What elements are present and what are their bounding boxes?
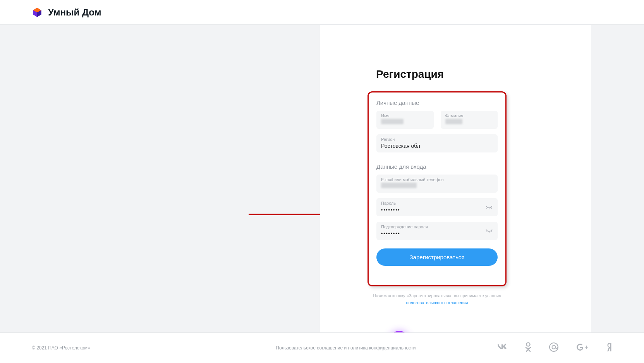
policy-link[interactable]: Пользовательское соглашение и политика к… bbox=[276, 345, 416, 351]
ok-icon[interactable] bbox=[525, 342, 531, 354]
form-panel: Регистрация Личные данные Имя Фамилия Ре… bbox=[320, 25, 591, 332]
confirm-password-field[interactable]: Подтверждение пароля •••••••• bbox=[376, 222, 498, 240]
first-name-field[interactable]: Имя bbox=[376, 111, 434, 129]
first-name-value-blurred bbox=[381, 119, 404, 124]
svg-line-4 bbox=[491, 207, 492, 209]
page-title: Регистрация bbox=[376, 68, 444, 80]
yandex-icon[interactable] bbox=[606, 342, 612, 354]
password-label: Пароль bbox=[381, 201, 493, 205]
vk-icon[interactable] bbox=[497, 344, 508, 352]
terms-text: Нажимая кнопку «Зарегистрироваться», вы … bbox=[368, 293, 507, 306]
email-value-blurred bbox=[381, 183, 417, 188]
svg-point-10 bbox=[552, 346, 556, 349]
social-links bbox=[497, 342, 612, 354]
toggle-confirm-visibility-icon[interactable] bbox=[485, 229, 493, 236]
terms-link[interactable]: пользовательского соглашения bbox=[406, 300, 468, 305]
email-field[interactable]: E-mail или мобильный телефон bbox=[376, 175, 498, 193]
svg-line-5 bbox=[487, 231, 488, 232]
svg-line-2 bbox=[487, 207, 488, 209]
svg-point-8 bbox=[527, 343, 530, 346]
toggle-password-visibility-icon[interactable] bbox=[485, 205, 493, 212]
first-name-label: Имя bbox=[381, 113, 429, 118]
register-button[interactable]: Зарегистрироваться bbox=[376, 248, 498, 266]
email-label: E-mail или мобильный телефон bbox=[381, 177, 493, 182]
copyright: © 2021 ПАО «Ростелеком» bbox=[32, 345, 90, 351]
brand-title: Умный Дом bbox=[48, 7, 101, 18]
footer: © 2021 ПАО «Ростелеком» Пользовательское… bbox=[0, 332, 644, 363]
section-personal-label: Личные данные bbox=[376, 99, 498, 106]
main: Регистрация Личные данные Имя Фамилия Ре… bbox=[0, 25, 644, 332]
registration-form: Личные данные Имя Фамилия Регион Ростовс… bbox=[368, 91, 507, 286]
last-name-value-blurred bbox=[445, 119, 462, 124]
mail-icon[interactable] bbox=[549, 342, 559, 354]
logo-icon bbox=[32, 7, 43, 18]
password-value: •••••••• bbox=[381, 207, 400, 213]
confirm-password-label: Подтверждение пароля bbox=[381, 224, 493, 229]
section-login-label: Данные для входа bbox=[376, 163, 498, 170]
svg-line-7 bbox=[491, 231, 492, 232]
confirm-password-value: •••••••• bbox=[381, 231, 400, 236]
region-label: Регион bbox=[381, 137, 493, 142]
svg-point-9 bbox=[550, 343, 558, 351]
google-plus-icon[interactable] bbox=[576, 343, 589, 353]
region-field[interactable]: Регион Ростовская обл bbox=[376, 134, 498, 152]
last-name-field[interactable]: Фамилия bbox=[441, 111, 498, 129]
header: Умный Дом bbox=[0, 0, 644, 25]
region-value: Ростовская обл bbox=[381, 143, 420, 149]
password-field[interactable]: Пароль •••••••• bbox=[376, 198, 498, 216]
last-name-label: Фамилия bbox=[445, 113, 493, 118]
